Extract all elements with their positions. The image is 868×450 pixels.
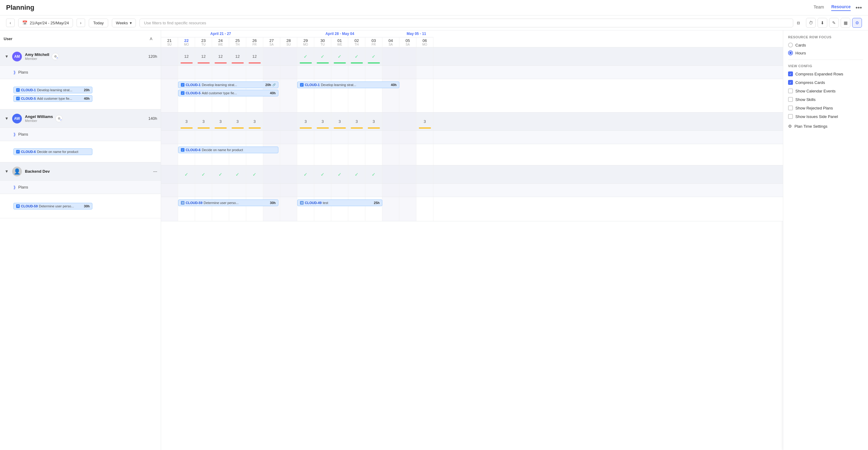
header: Planning Team Resource •••: [0, 0, 868, 16]
grid-plans-angel: [161, 131, 783, 144]
card-backend-cloud59-grid[interactable]: ⚙ CLOUD-59 Determine user perso... 30h: [178, 200, 278, 206]
user-info-backend: Backend Dev: [25, 169, 50, 174]
checkbox-compress-cards[interactable]: ✓ Compress Cards: [788, 80, 863, 85]
cell-amy-05: [399, 48, 416, 65]
plan-time-settings-action[interactable]: ⚙ Plan Time Settings: [788, 124, 863, 129]
day-28: 28SU: [280, 37, 297, 47]
cards-angel-week1: ✓ CLOUD-6 Decide on name for product: [178, 147, 278, 153]
card-amy-cloud1b-grid[interactable]: ✓ CLOUD-1 Develop learning strat... 40h: [297, 82, 399, 88]
week-title-1: April 21 - 27: [161, 30, 280, 37]
avatar-backend: 👤: [12, 167, 22, 176]
day-24: 24WE: [212, 37, 229, 47]
user-row-backend: ▼ 👤 Backend Dev ---: [0, 162, 161, 181]
card-desc: Add customer type fie...: [37, 97, 83, 100]
week-title-3: May 05 - 11: [399, 30, 433, 37]
cell-amy-03: ✓: [365, 48, 382, 65]
cards-amy-week2: ✓ CLOUD-1 Develop learning strat... 40h: [297, 82, 399, 88]
card-amy-cloud1[interactable]: ✓ CLOUD-1 Develop learning strat... 20h: [13, 87, 92, 93]
day-01: 01WE: [331, 37, 348, 47]
week-title-2: April 28 - May 04: [280, 30, 399, 37]
edit-btn[interactable]: ✎: [829, 18, 839, 28]
card-amy-cloud1-grid[interactable]: ✓ CLOUD-1 Develop learning strat... 20h …: [178, 82, 278, 88]
week-block-1: April 21 - 27 21SU 22MO 23TU 24WE 25TH 2…: [161, 30, 280, 47]
checkbox-show-rejected-plans[interactable]: Show Rejected Plans: [788, 106, 863, 110]
cards-amy-week1: ✓ CLOUD-1 Develop learning strat... 20h …: [178, 82, 278, 96]
card-amy-cloud5[interactable]: ✓ CLOUD-5 Add customer type fie... 40h: [13, 95, 92, 102]
hours-angel: 140h: [148, 116, 157, 121]
card-hours: 30h: [84, 204, 90, 208]
radio-hours-label: Hours: [795, 51, 806, 55]
radio-hours-circle: [788, 51, 793, 55]
radio-hours[interactable]: Hours: [788, 51, 863, 55]
checkbox-show-issues-side-panel[interactable]: Show Issues Side Panel: [788, 114, 863, 119]
resource-row-focus-title: RESOURCE ROW FOCUS: [788, 35, 863, 39]
prev-btn[interactable]: ‹: [6, 19, 14, 27]
user-col-header: User: [4, 36, 145, 41]
plans-icon-amy: ⟫: [13, 70, 16, 75]
checkbox-show-skills[interactable]: Show Skills: [788, 97, 863, 102]
card-check: ⚙: [16, 204, 20, 208]
clock-btn[interactable]: ⏱: [806, 18, 816, 28]
more-menu-icon[interactable]: •••: [856, 4, 862, 11]
user-row-amy: ▼ AM Amy Mitchell Member ⚙ ↺ 120h: [0, 48, 161, 66]
checkbox-compress-expanded-rows-box: ✓: [788, 71, 793, 76]
checkbox-compress-expanded-rows[interactable]: ✓ Compress Expanded Rows: [788, 71, 863, 76]
plans-icon-backend: ⟫: [13, 185, 16, 190]
today-btn[interactable]: Today: [89, 19, 108, 27]
day-27: 27SA: [263, 37, 280, 47]
app-container: Planning Team Resource ••• ‹ 📅 21/Apr/24…: [0, 0, 868, 450]
card-backend-cloud59[interactable]: ⚙ CLOUD-59 Determine user perso... 30h: [13, 203, 92, 209]
settings-btn[interactable]: ⚙: [852, 18, 862, 28]
cell-amy-06: [416, 48, 433, 65]
card-angel-cloud6-grid[interactable]: ✓ CLOUD-6 Decide on name for product: [178, 147, 278, 153]
avatar-angel: AW: [12, 114, 22, 123]
card-angel-cloud6[interactable]: ✓ CLOUD-6 Decide on name for product: [13, 148, 92, 155]
card-backend-cloud49-grid[interactable]: ⚙ CLOUD-49 test 25h: [297, 200, 382, 206]
plans-row-amy: ⟫ Plans: [0, 66, 161, 79]
checkbox-show-skills-label: Show Skills: [795, 97, 815, 102]
radio-cards[interactable]: Cards: [788, 42, 863, 48]
user-settings-amy[interactable]: ⚙ ↺: [52, 53, 59, 60]
calendar-grid: April 21 - 27 21SU 22MO 23TU 24WE 25TH 2…: [161, 30, 783, 221]
expand-angel[interactable]: ▼: [4, 116, 10, 122]
card-id: CLOUD-1: [21, 88, 36, 92]
card-desc: Determine user perso...: [39, 204, 83, 208]
header-nav: Team Resource: [814, 4, 851, 11]
cell-amy-30: ✓: [314, 48, 331, 65]
cell-amy-26: 12: [246, 48, 263, 65]
download-btn[interactable]: ⬇: [817, 18, 827, 28]
cell-amy-01: ✓: [331, 48, 348, 65]
cell-amy-29: ✓: [297, 48, 314, 65]
expand-amy[interactable]: ▼: [4, 54, 10, 60]
filter-icon[interactable]: ⧈: [797, 20, 800, 26]
nav-resource[interactable]: Resource: [831, 4, 851, 11]
checkbox-compress-cards-label: Compress Cards: [795, 80, 825, 85]
checkbox-show-issues-side-panel-label: Show Issues Side Panel: [795, 114, 838, 119]
col-a-header: A: [145, 36, 157, 41]
expand-backend[interactable]: ▼: [4, 169, 10, 175]
nav-team[interactable]: Team: [814, 5, 824, 11]
plan-time-settings-icon: ⚙: [788, 124, 792, 129]
card-hours: 20h: [84, 88, 90, 92]
week-block-3: May 05 - 11 05SA 06MO: [399, 30, 433, 47]
avatar-amy: AM: [12, 52, 22, 61]
user-settings-angel[interactable]: ⚙ ↺: [55, 115, 63, 122]
plans-label-amy: Plans: [18, 70, 28, 74]
view-config-title: VIEW CONFIG: [788, 64, 863, 68]
hours-backend: ---: [153, 169, 157, 174]
day-02: 02TH: [348, 37, 365, 47]
day-03: 03FR: [365, 37, 382, 47]
next-btn[interactable]: ›: [76, 19, 85, 27]
checkbox-show-calendar-events[interactable]: Show Calendar Events: [788, 88, 863, 93]
user-role-angel: Member: [25, 119, 53, 123]
chart-btn[interactable]: ▦: [841, 18, 850, 28]
card-amy-cloud5-grid[interactable]: ✓ CLOUD-5 Add customer type fie... 40h: [178, 90, 278, 96]
filter-input[interactable]: Use filters to find specific resources: [140, 19, 793, 27]
date-range-picker[interactable]: 📅 21/Apr/24 - 25/May/24: [18, 18, 73, 27]
config-panel: RESOURCE ROW FOCUS Cards Hours VIEW CONF…: [783, 30, 868, 450]
weeks-selector[interactable]: Weeks ▾: [112, 19, 136, 27]
cell-amy-24: 12: [212, 48, 229, 65]
toolbar-icons: ⏱ ⬇ ✎ ▦ ⚙: [806, 18, 862, 28]
plan-time-settings-label: Plan Time Settings: [795, 124, 827, 129]
day-06: 06MO: [416, 37, 433, 47]
